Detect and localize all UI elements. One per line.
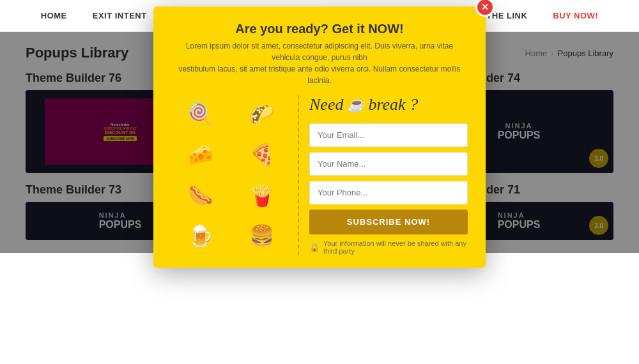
need-text: Need	[309, 95, 343, 114]
modal-title: Are you ready? Get it NOW!	[171, 22, 468, 36]
modal-form: Need ☕ break ? SUBSCRIBE NOW! 🔒 Your inf…	[309, 95, 468, 255]
break-heading: Need ☕ break ?	[309, 95, 468, 114]
nav-home[interactable]: HOME	[41, 11, 67, 20]
fries-icon: 🍟	[249, 183, 275, 208]
lock-icon: 🔒	[309, 243, 320, 252]
privacy-text: Your information will never be shared wi…	[323, 239, 468, 255]
privacy-note: 🔒 Your information will never be shared …	[309, 239, 468, 255]
food-icons-panel: 🍭 🌮 🧀 🍕 🌭 🍟 🍺 🍔	[171, 95, 299, 255]
name-input[interactable]	[309, 152, 468, 176]
modal-subtitle: Lorem ipsum dolor sit amet, consectetur …	[171, 40, 468, 86]
taco-icon: 🌮	[249, 102, 275, 126]
nav-buy-now[interactable]: BUY NOW!	[553, 11, 598, 20]
popup-modal: ✕ Are you ready? Get it NOW! Lorem ipsum…	[153, 6, 486, 268]
beer-icon: 🍺	[188, 224, 213, 248]
nav-exit-intent[interactable]: EXIT INTENT	[93, 11, 147, 20]
cheese-icon: 🧀	[188, 143, 213, 167]
modal-body: 🍭 🌮 🧀 🍕 🌭 🍟 🍺 🍔 Need ☕ break ?	[171, 95, 468, 255]
coffee-icon: ☕	[347, 96, 364, 113]
pizza-icon: 🍕	[249, 143, 275, 167]
hotdog-icon: 🌭	[188, 183, 213, 208]
email-input[interactable]	[309, 123, 468, 147]
subscribe-button[interactable]: SUBSCRIBE NOW!	[309, 209, 468, 234]
candy-icon: 🍭	[188, 102, 213, 126]
break-text: break ?	[368, 95, 418, 114]
phone-input[interactable]	[309, 181, 468, 204]
main-content: Popups Library Home › Popups Library The…	[0, 32, 639, 253]
burger-icon: 🍔	[249, 224, 275, 248]
